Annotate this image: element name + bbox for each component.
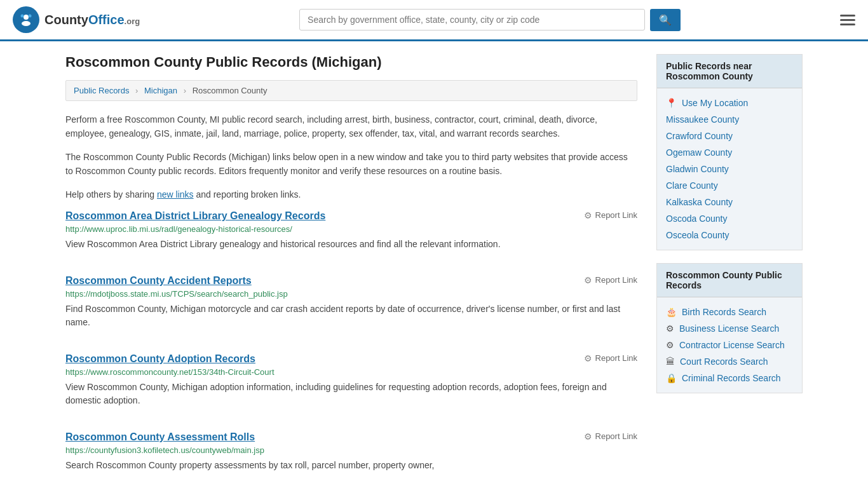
svg-point-4 (29, 15, 32, 18)
nearby-county-link-4[interactable]: Clare County (666, 180, 718, 191)
logo-icon (13, 6, 39, 33)
nearby-county-link-0[interactable]: Missaukee County (666, 114, 739, 125)
link-item-3: Roscommon County Assessment Rolls ⚙ Repo… (65, 431, 637, 478)
logo-text-area: CountyOffice.org (44, 13, 140, 27)
description-3-pre: Help others by sharing (65, 189, 157, 200)
report-link-3[interactable]: ⚙ Report Link (584, 431, 637, 442)
nearby-county-4: Clare County (666, 177, 793, 194)
use-location-item[interactable]: 📍 Use My Location (666, 95, 793, 111)
breadcrumb-michigan[interactable]: Michigan (144, 86, 177, 95)
link-title-1[interactable]: Roscommon County Accident Reports (65, 275, 252, 287)
records-link-anchor-2[interactable]: Contractor License Search (679, 340, 785, 350)
svg-point-3 (21, 15, 24, 18)
records-link-3: 🏛 Court Records Search (666, 353, 793, 370)
nearby-county-link-5[interactable]: Kalkaska County (666, 197, 733, 207)
report-link-0[interactable]: ⚙ Report Link (584, 210, 637, 220)
link-title-row-1: Roscommon County Accident Reports ⚙ Repo… (65, 275, 637, 287)
link-desc-0: View Roscommon Area District Library gen… (65, 238, 637, 251)
nearby-county-link-6[interactable]: Oscoda County (666, 214, 728, 224)
nearby-county-3: Gladwin County (666, 161, 793, 177)
breadcrumb: Public Records › Michigan › Roscommon Co… (65, 80, 637, 101)
menu-line-1 (840, 15, 855, 17)
records-link-anchor-0[interactable]: Birth Records Search (682, 307, 766, 317)
link-title-row-2: Roscommon County Adoption Records ⚙ Repo… (65, 353, 637, 365)
records-link-2: ⚙ Contractor License Search (666, 337, 793, 353)
description-3-post: and reporting broken links. (194, 189, 301, 200)
use-location-link[interactable]: Use My Location (682, 98, 748, 108)
sidebar: Public Records near Roscommon County 📍 U… (656, 54, 803, 488)
search-area: 🔍 (299, 9, 681, 31)
records-icon-4: 🔒 (666, 373, 677, 383)
search-icon: 🔍 (659, 15, 672, 25)
main-container: Roscommon County Public Records (Michiga… (53, 41, 815, 488)
nearby-county-link-3[interactable]: Gladwin County (666, 164, 729, 174)
records-section: Roscommon County Public Records 🎂 Birth … (656, 263, 803, 393)
records-link-anchor-4[interactable]: Criminal Records Search (682, 373, 781, 383)
nearby-section-title: Public Records near Roscommon County (657, 55, 802, 88)
link-title-3[interactable]: Roscommon County Assessment Rolls (65, 431, 255, 443)
records-link-anchor-1[interactable]: Business License Search (679, 323, 779, 334)
description-1: Perform a free Roscommon County, MI publ… (65, 112, 637, 141)
report-icon-0: ⚙ (584, 210, 592, 220)
hamburger-menu-button[interactable] (840, 15, 855, 25)
content-area: Roscommon County Public Records (Michiga… (65, 54, 637, 488)
new-links-link[interactable]: new links (157, 189, 194, 200)
records-icon-1: ⚙ (666, 323, 674, 334)
report-icon-3: ⚙ (584, 431, 592, 442)
records-icon-2: ⚙ (666, 340, 674, 350)
nearby-title-text: Public Records near Roscommon County (666, 61, 753, 81)
nearby-counties-container: Missaukee CountyCrawford CountyOgemaw Co… (666, 111, 793, 243)
nearby-county-5: Kalkaska County (666, 194, 793, 210)
link-url-2: https://www.roscommoncounty.net/153/34th… (65, 367, 637, 377)
records-section-title: Roscommon County Public Records (657, 264, 802, 297)
records-icon-0: 🎂 (666, 307, 677, 317)
report-icon-1: ⚙ (584, 275, 592, 285)
logo-area: CountyOffice.org (13, 6, 140, 33)
page-title: Roscommon County Public Records (Michiga… (65, 54, 637, 71)
description-3: Help others by sharing new links and rep… (65, 187, 637, 201)
link-item-0: Roscommon Area District Library Genealog… (65, 210, 637, 257)
link-title-row-0: Roscommon Area District Library Genealog… (65, 210, 637, 222)
link-url-0: http://www.uproc.lib.mi.us/radl/genealog… (65, 224, 637, 234)
nearby-county-link-2[interactable]: Ogemaw County (666, 147, 732, 158)
nearby-section: Public Records near Roscommon County 📍 U… (656, 54, 803, 250)
records-links-container: 🎂 Birth Records Search ⚙ Business Licens… (666, 304, 793, 386)
menu-line-2 (840, 19, 855, 21)
link-url-1: https://mdotjboss.state.mi.us/TCPS/searc… (65, 289, 637, 299)
report-link-1[interactable]: ⚙ Report Link (584, 275, 637, 285)
breadcrumb-sep-2: › (184, 86, 186, 95)
records-link-anchor-3[interactable]: Court Records Search (680, 356, 768, 367)
menu-line-3 (840, 24, 855, 25)
links-container: Roscommon Area District Library Genealog… (65, 210, 637, 478)
link-title-row-3: Roscommon County Assessment Rolls ⚙ Repo… (65, 431, 637, 443)
records-link-1: ⚙ Business License Search (666, 320, 793, 337)
records-link-0: 🎂 Birth Records Search (666, 304, 793, 320)
nearby-items: 📍 Use My Location Missaukee CountyCrawfo… (657, 88, 802, 250)
nearby-county-0: Missaukee County (666, 111, 793, 128)
search-input[interactable] (299, 9, 645, 30)
search-button[interactable]: 🔍 (650, 9, 681, 31)
nearby-county-7: Osceola County (666, 227, 793, 243)
breadcrumb-sep-1: › (135, 86, 138, 95)
link-title-2[interactable]: Roscommon County Adoption Records (65, 353, 255, 365)
report-icon-2: ⚙ (584, 353, 592, 363)
link-item-1: Roscommon County Accident Reports ⚙ Repo… (65, 275, 637, 336)
nearby-county-link-7[interactable]: Osceola County (666, 230, 729, 240)
report-link-2[interactable]: ⚙ Report Link (584, 353, 637, 363)
link-desc-3: Search Roscommon County property assessm… (65, 459, 637, 472)
records-items: 🎂 Birth Records Search ⚙ Business Licens… (657, 297, 802, 393)
svg-point-1 (24, 15, 29, 20)
svg-point-2 (22, 21, 31, 26)
nearby-county-6: Oscoda County (666, 210, 793, 227)
breadcrumb-current: Roscommon County (193, 86, 268, 95)
nearby-county-2: Ogemaw County (666, 144, 793, 161)
nearby-county-link-1[interactable]: Crawford County (666, 131, 733, 141)
logo-name: CountyOffice.org (44, 13, 140, 27)
breadcrumb-public-records[interactable]: Public Records (74, 86, 129, 95)
link-title-0[interactable]: Roscommon Area District Library Genealog… (65, 210, 325, 222)
location-icon: 📍 (666, 98, 677, 108)
link-desc-1: Find Roscommon County, Michigan motorcyc… (65, 302, 637, 329)
nearby-county-1: Crawford County (666, 128, 793, 144)
link-item-2: Roscommon County Adoption Records ⚙ Repo… (65, 353, 637, 414)
records-icon-3: 🏛 (666, 356, 675, 367)
